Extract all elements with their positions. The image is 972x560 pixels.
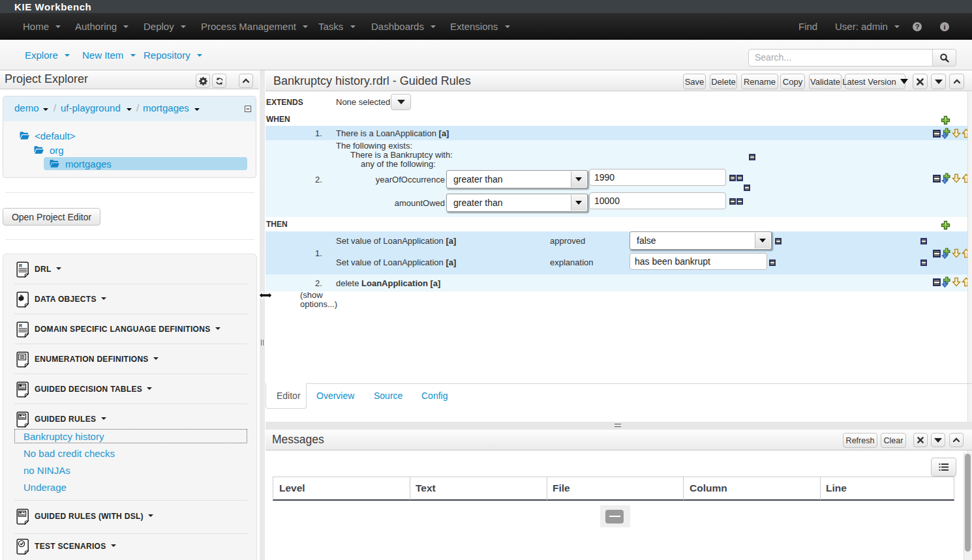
svg-text:R: R [19,263,22,268]
svg-text:R: R [19,323,22,328]
svg-text:i: i [943,23,945,31]
svg-text:?: ? [915,23,920,31]
